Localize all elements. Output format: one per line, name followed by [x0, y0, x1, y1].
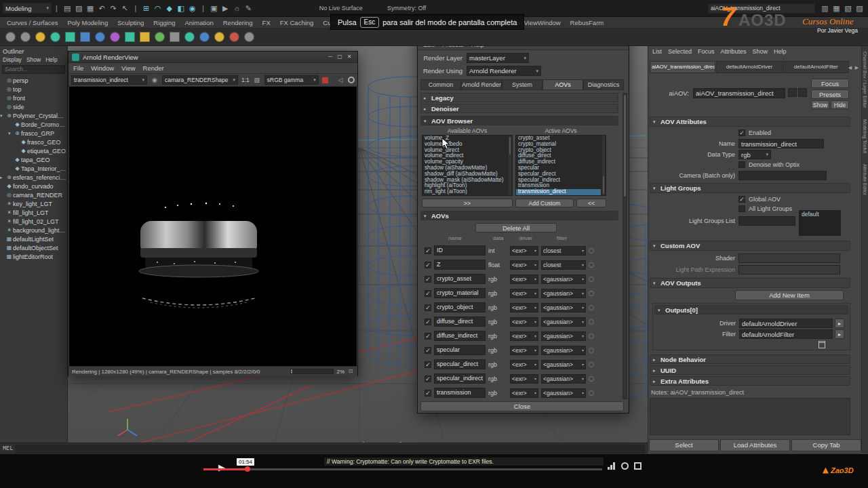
aovs-section-header[interactable]: ▾AOVs: [420, 211, 618, 220]
aov-filter-dropdown[interactable]: <gaussian>▾: [541, 360, 586, 369]
render-camera-dropdown[interactable]: camara_RENDERShape▾: [162, 75, 238, 85]
aov-driver-dropdown[interactable]: <exr>▾: [510, 374, 538, 384]
global-aov-checkbox[interactable]: ✓: [738, 196, 745, 203]
aov-filter-dropdown[interactable]: <gaussian>▾: [541, 374, 586, 384]
aov-enabled-checkbox[interactable]: ✓: [425, 262, 431, 268]
denoiser-section-header[interactable]: ▸Denoiser: [420, 104, 618, 113]
collapsed-section-header[interactable]: ▸Node Behavior: [650, 354, 850, 364]
custom-aov-section-header[interactable]: ▾Custom AOV: [650, 241, 850, 251]
driver-connection-button[interactable]: ▸: [835, 319, 844, 328]
shelf-tab[interactable]: FX Caching: [280, 19, 314, 26]
aov-driver-dropdown[interactable]: <exr>▾: [510, 289, 538, 298]
aov-name-field[interactable]: transmission: [434, 388, 486, 398]
attribute-editor-menu-item[interactable]: Selected: [668, 48, 692, 55]
render-settings-tab[interactable]: Common: [420, 79, 461, 90]
shelf-tab[interactable]: Sculpting: [117, 19, 144, 26]
aov-outputs-section-header[interactable]: ▾AOV Outputs: [650, 278, 850, 288]
available-aovs-list[interactable]: volume_Zvolume_albedovolume_directvolume…: [422, 135, 513, 196]
minimize-icon[interactable]: ─: [326, 53, 335, 61]
aov-name-field[interactable]: crypto_material: [434, 288, 486, 298]
aov-row-options-icon[interactable]: [589, 362, 594, 367]
outliner-menu-item[interactable]: Show: [26, 56, 41, 63]
play-button[interactable]: ▶: [218, 462, 225, 472]
outliner-item[interactable]: ◎ persp: [0, 76, 67, 85]
outliner-item[interactable]: ◆ fondo_curvado: [0, 182, 67, 190]
aov-name-field[interactable]: specular_direct: [434, 359, 486, 369]
aov-filter-dropdown[interactable]: closest▾: [541, 260, 586, 270]
volume-icon[interactable]: [608, 462, 615, 470]
light-path-expression-field[interactable]: [738, 265, 840, 274]
shelf-tool-icon[interactable]: [244, 32, 254, 42]
shelf-tool-icon[interactable]: [20, 32, 31, 42]
dock-tab[interactable]: Attribute Editor: [863, 164, 867, 195]
aov-filter-dropdown[interactable]: <gaussian>▾: [541, 346, 586, 355]
light-groups-listbox[interactable]: default: [799, 210, 841, 236]
toolbar-icon[interactable]: ↖: [119, 3, 131, 14]
render-settings-tab[interactable]: AOVs: [542, 79, 583, 90]
outliner-item[interactable]: ▦ defaultLightSet: [0, 235, 67, 243]
renderview-menu-item[interactable]: View: [121, 64, 135, 72]
aov-filter-dropdown[interactable]: <gaussian>▾: [541, 331, 586, 341]
name-field[interactable]: transmission_direct: [738, 139, 824, 148]
render-icon[interactable]: ✎: [243, 3, 254, 14]
shelf-tool-icon[interactable]: [170, 32, 180, 42]
speaker-icon[interactable]: ◁: [336, 75, 344, 86]
aov-row-options-icon[interactable]: [589, 248, 594, 253]
outliner-item[interactable]: ◎ top: [0, 85, 67, 94]
aov-filter-dropdown[interactable]: <gaussian>▾: [541, 303, 586, 312]
shelf-tool-icon[interactable]: [35, 32, 45, 42]
outliner-search-input[interactable]: [2, 65, 65, 74]
aov-row-options-icon[interactable]: [589, 262, 594, 268]
toolbar-icon[interactable]: ↶: [96, 3, 108, 14]
aov-row-options-icon[interactable]: [589, 348, 594, 353]
render-settings-tab[interactable]: Arnold Renderer: [461, 79, 502, 90]
filter-field[interactable]: defaultArnoldFilter: [739, 329, 833, 339]
aov-row-options-icon[interactable]: [589, 376, 594, 382]
outliner-item[interactable]: ☀ fill_light_LGT: [0, 208, 67, 217]
aov-enabled-checkbox[interactable]: ✓: [425, 361, 431, 368]
show-button[interactable]: Show: [811, 100, 829, 109]
outliner-item[interactable]: ◎ side: [0, 102, 67, 111]
aov-driver-dropdown[interactable]: <exr>▾: [510, 303, 538, 312]
attribute-editor-menu-item[interactable]: Focus: [698, 48, 715, 55]
data-type-dropdown[interactable]: rgb▾: [738, 150, 771, 159]
outliner-menu-item[interactable]: Help: [45, 56, 57, 63]
outliner-item[interactable]: ▾ ⊕ frasco_GRP: [0, 129, 67, 138]
collapsed-section-header[interactable]: ▸UUID: [650, 365, 850, 375]
aov-row-options-icon[interactable]: [589, 319, 594, 325]
render-settings-scrollbar[interactable]: [623, 93, 627, 399]
light-groups-section-header[interactable]: ▾Light Groups: [650, 183, 850, 193]
snapshot-icon[interactable]: ▨: [253, 75, 261, 86]
aov-enabled-checkbox[interactable]: ✓: [425, 347, 431, 354]
focus-button[interactable]: Focus: [811, 79, 849, 88]
aov-driver-dropdown[interactable]: <exr>▾: [510, 346, 538, 355]
outliner-item[interactable]: ▦ defaultObjectSet: [0, 243, 67, 252]
toolbar-icon[interactable]: ↷: [108, 3, 119, 14]
tab-scroll-left-icon[interactable]: ◀: [847, 62, 853, 73]
presets-button[interactable]: Presets: [811, 89, 849, 99]
filter-connection-button[interactable]: ▸: [835, 329, 844, 339]
delete-all-button[interactable]: Delete All: [475, 223, 557, 232]
aov-name-field[interactable]: ID: [434, 245, 486, 256]
expand-arrow-icon[interactable]: ▸: [0, 175, 5, 180]
snap-icon[interactable]: ◧: [175, 3, 186, 14]
shelf-tool-icon[interactable]: [110, 32, 120, 42]
driver-field[interactable]: defaultArnoldDriver: [739, 319, 833, 328]
aov-attributes-section-header[interactable]: ▾AOV Attributes: [650, 117, 850, 127]
aov-name-field[interactable]: specular: [434, 345, 486, 355]
expand-arrow-icon[interactable]: ▾: [8, 131, 14, 136]
move-right-button[interactable]: >>: [422, 199, 513, 207]
attribute-editor-menu-item[interactable]: Attributes: [721, 48, 747, 55]
aov-row-options-icon[interactable]: [589, 333, 594, 339]
outliner-item[interactable]: ◆ frasco_GEO: [0, 138, 67, 146]
shelf-tool-icon[interactable]: [125, 32, 135, 42]
aov-row-options-icon[interactable]: [589, 390, 594, 396]
denoise-checkbox[interactable]: [738, 161, 745, 168]
aov-driver-dropdown[interactable]: <exr>▾: [510, 260, 538, 270]
outliner-menu-item[interactable]: Display: [3, 56, 22, 63]
shelf-tool-icon[interactable]: [155, 32, 165, 42]
dock-tab[interactable]: Channel Box / Layer Editor: [863, 52, 867, 108]
available-aov-item[interactable]: rim_light (aiToon): [422, 189, 507, 195]
dock-tab[interactable]: Modeling Toolkit: [863, 119, 867, 153]
snap-icon[interactable]: ◆: [163, 3, 175, 14]
